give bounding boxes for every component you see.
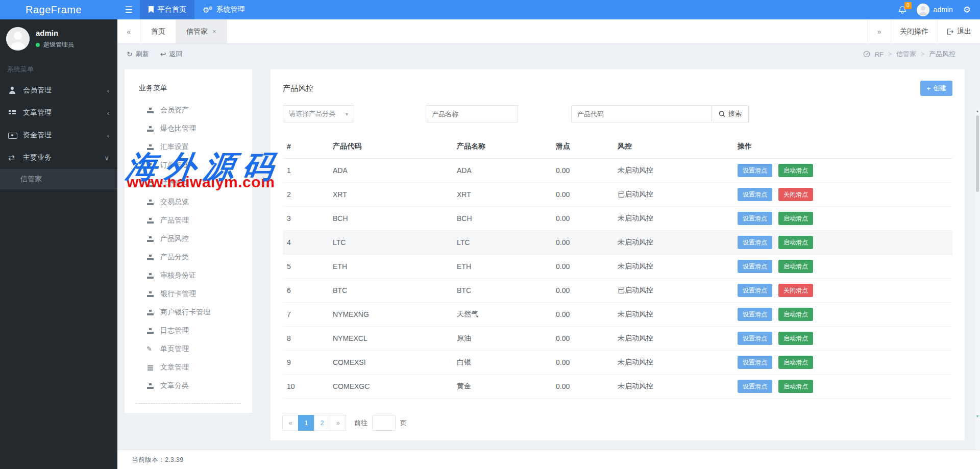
business-menu-item[interactable]: 银行卡管理 <box>125 285 252 303</box>
tabs-scroll-left-button[interactable]: « <box>117 19 141 43</box>
menu-item-label: 文章分类 <box>160 381 189 390</box>
toggle-slippage-button[interactable]: 启动滑点 <box>778 308 813 321</box>
sidebar-item[interactable]: 资金管理 ‹ <box>0 124 117 146</box>
logout-button[interactable]: 退出 <box>937 19 980 43</box>
set-slippage-button[interactable]: 设置滑点 <box>738 332 772 345</box>
col-actions: 操作 <box>733 135 952 159</box>
tab-close-icon[interactable]: × <box>212 28 216 35</box>
cell-slippage: 0.00 <box>552 207 614 231</box>
avatar <box>917 4 929 16</box>
business-menu-item[interactable]: 产品管理 <box>125 211 252 230</box>
tab-home[interactable]: 首页 <box>141 19 176 43</box>
breadcrumb-parent[interactable]: 信管家 <box>896 50 916 59</box>
dashboard-icon <box>863 51 870 58</box>
nav-system-manage[interactable]: ⚙⚙ 系统管理 <box>194 0 253 19</box>
toggle-slippage-button[interactable]: 关闭滑点 <box>778 188 813 201</box>
table-row: 2 XRT XRT 0.00 已启动风控 设置滑点 关闭滑点 <box>283 183 952 207</box>
cell-product-name: BTC <box>453 279 552 303</box>
business-menu-item[interactable]: 文章管理 <box>125 358 252 377</box>
toggle-slippage-button[interactable]: 启动滑点 <box>778 380 813 393</box>
sidebar-subitem-xinguanjia[interactable]: 信管家 <box>0 169 117 189</box>
brand-logo[interactable]: RageFrame <box>0 0 117 19</box>
business-menu-item[interactable]: 挂单管理 <box>125 175 252 193</box>
business-menu-item[interactable]: 产品风控 <box>125 230 252 248</box>
close-operations-button[interactable]: 关闭操作 <box>891 19 937 43</box>
product-name-input[interactable] <box>426 105 518 122</box>
scroll-up-arrow[interactable]: ▲ <box>975 109 980 113</box>
set-slippage-button[interactable]: 设置滑点 <box>738 164 772 177</box>
business-menu-item[interactable]: 日志管理 <box>125 322 252 340</box>
toggle-slippage-button[interactable]: 启动滑点 <box>778 164 813 177</box>
main-column: « 首页 信管家 × » 关闭操作 <box>117 19 980 469</box>
menu-item-icon <box>147 236 154 242</box>
refresh-button[interactable]: ↻ 刷新 <box>127 50 149 59</box>
page-number-button[interactable]: 1 <box>298 415 314 431</box>
tab-xinguanjia[interactable]: 信管家 × <box>176 19 227 43</box>
filter-bar: 请选择产品分类 ▾ 搜索 <box>283 105 952 122</box>
business-menu-item[interactable]: 文章分类 <box>125 377 252 395</box>
cell-risk-status: 未启动风控 <box>614 327 733 351</box>
page-prev-button[interactable]: « <box>282 415 299 431</box>
business-menu-item[interactable]: 订单管理 <box>125 156 252 175</box>
sidebar-item[interactable]: 主要业务 ∨ <box>0 146 117 169</box>
sidebar-item[interactable]: 会员管理 ‹ <box>0 79 117 102</box>
cell-product-code: BCH <box>329 207 453 231</box>
nav-platform-home[interactable]: 平台首页 <box>140 0 194 19</box>
category-select[interactable]: 请选择产品分类 ▾ <box>283 105 354 122</box>
menu-item-icon <box>147 328 154 334</box>
settings-gear-icon[interactable]: ⚙ <box>963 6 971 14</box>
toggle-slippage-button[interactable]: 启动滑点 <box>778 236 813 249</box>
set-slippage-button[interactable]: 设置滑点 <box>738 188 772 201</box>
business-menu-item[interactable]: 审核身份证 <box>125 266 252 285</box>
hamburger-menu-icon[interactable]: ☰ <box>117 0 140 19</box>
set-slippage-button[interactable]: 设置滑点 <box>738 212 772 225</box>
search-button[interactable]: 搜索 <box>712 105 749 122</box>
toggle-slippage-button[interactable]: 启动滑点 <box>778 356 813 369</box>
tabs-scroll-right-button[interactable]: » <box>867 19 891 43</box>
page-number-button[interactable]: 2 <box>314 415 330 431</box>
set-slippage-button[interactable]: 设置滑点 <box>738 380 772 393</box>
chevron-icon: ‹ <box>107 132 109 139</box>
set-slippage-button[interactable]: 设置滑点 <box>738 356 772 369</box>
cell-actions: 设置滑点 关闭滑点 <box>733 183 952 207</box>
business-menu-item[interactable]: 汇率设置 <box>125 138 252 156</box>
set-slippage-button[interactable]: 设置滑点 <box>738 308 772 321</box>
set-slippage-button[interactable]: 设置滑点 <box>738 236 772 249</box>
scrollbar[interactable]: ▲ ▼ <box>975 108 980 450</box>
create-button[interactable]: + 创建 <box>920 81 952 96</box>
cell-slippage: 0.00 <box>552 327 614 351</box>
tabbar-right: » 关闭操作 退出 <box>867 19 980 43</box>
menu-item-icon <box>147 273 154 279</box>
toggle-slippage-button[interactable]: 启动滑点 <box>778 260 813 273</box>
sidebar-item-label: 会员管理 <box>23 86 52 95</box>
cell-product-code: BTC <box>329 279 453 303</box>
menu-item-label: 爆仓比管理 <box>160 124 196 133</box>
business-menu-item[interactable]: 会员资产 <box>125 101 252 119</box>
business-menu-item[interactable]: 商户银行卡管理 <box>125 303 252 322</box>
search-icon <box>719 111 725 117</box>
user-menu[interactable]: admin <box>917 4 953 16</box>
create-button-label: 创建 <box>933 84 946 93</box>
business-menu-item[interactable]: 交易总览 <box>125 193 252 211</box>
set-slippage-button[interactable]: 设置滑点 <box>738 284 772 297</box>
set-slippage-button[interactable]: 设置滑点 <box>738 260 772 273</box>
business-menu-item[interactable]: 单页管理 <box>125 340 252 358</box>
page-next-button[interactable]: » <box>330 415 346 431</box>
breadcrumb-root[interactable]: RF <box>875 51 884 58</box>
goto-page-input[interactable] <box>372 415 396 431</box>
version-label: 当前版本： <box>132 455 165 464</box>
notifications-button[interactable]: 0 <box>898 6 906 14</box>
toggle-slippage-button[interactable]: 启动滑点 <box>778 332 813 345</box>
menu-item-icon <box>147 144 154 151</box>
search-button-label: 搜索 <box>728 109 742 118</box>
sidebar-item[interactable]: 文章管理 ‹ <box>0 102 117 124</box>
toggle-slippage-button[interactable]: 启动滑点 <box>778 212 813 225</box>
business-menu-item[interactable]: 爆仓比管理 <box>125 119 252 138</box>
back-button[interactable]: ↩ 返回 <box>160 50 183 59</box>
toggle-slippage-button[interactable]: 关闭滑点 <box>778 284 813 297</box>
business-menu-item[interactable]: 产品分类 <box>125 248 252 266</box>
breadcrumb-current: 产品风控 <box>929 50 955 59</box>
table-row: 10 COMEXGC 黄金 0.00 未启动风控 设置滑点 启动滑点 <box>283 375 952 399</box>
scrollbar-thumb[interactable] <box>976 115 979 192</box>
product-code-input[interactable] <box>571 105 712 122</box>
